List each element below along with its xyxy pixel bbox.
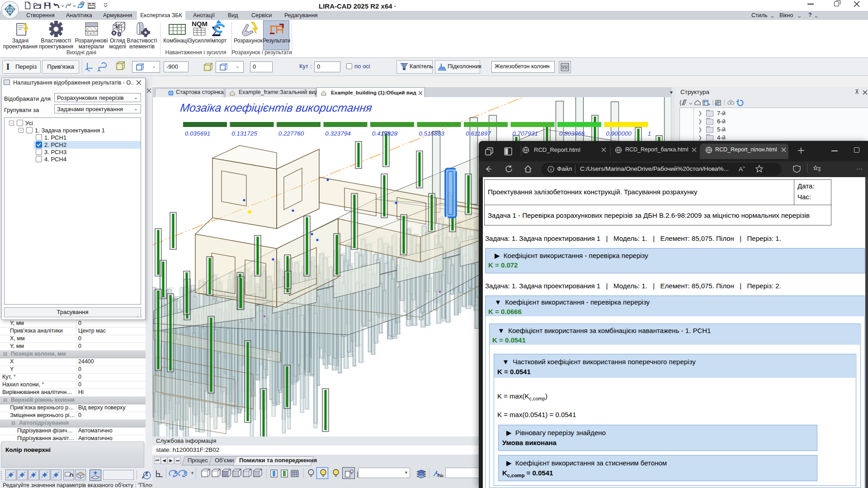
svg-text:1: 1 [648, 130, 651, 137]
svg-text:x: x [174, 469, 177, 475]
svg-text:y: y [184, 469, 187, 475]
svg-text:0.515863: 0.515863 [419, 130, 444, 137]
svg-text:0.227760: 0.227760 [278, 130, 304, 137]
svg-text:0.803966: 0.803966 [559, 130, 585, 137]
svg-text:0.419828: 0.419828 [372, 130, 398, 137]
svg-text:Мозаїка коефіцієнтів використа: Мозаїка коефіцієнтів використання [179, 101, 373, 114]
svg-text:0.323794: 0.323794 [325, 130, 350, 137]
svg-text:0.131725: 0.131725 [231, 130, 257, 137]
svg-text:0.707931: 0.707931 [512, 130, 538, 137]
svg-text:NQM: NQM [192, 20, 208, 28]
svg-text:№: № [438, 473, 443, 478]
svg-text:0.611897: 0.611897 [466, 130, 491, 137]
svg-text:0.900000: 0.900000 [606, 130, 632, 137]
svg-text:0.035691: 0.035691 [185, 130, 210, 137]
svg-text:{: { [679, 99, 682, 106]
